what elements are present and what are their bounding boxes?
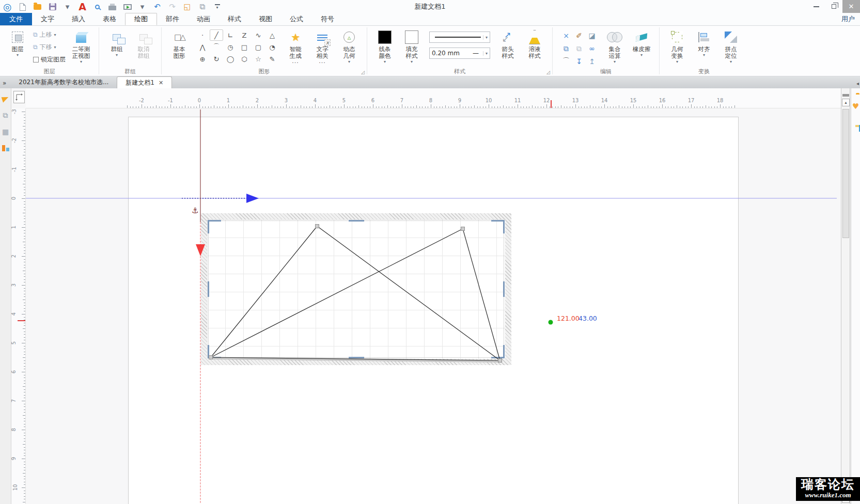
dialog-launcher-icon[interactable]: ◿: [361, 70, 365, 75]
drawing-canvas[interactable]: ⚓121.0043.00: [26, 108, 841, 504]
shape-tool-10[interactable]: ▢: [252, 41, 265, 53]
vertical-ruler[interactable]: -3-2-1012345678910: [11, 108, 26, 504]
tab-样式[interactable]: 样式: [219, 13, 250, 25]
ruler-tick: [23, 357, 25, 358]
move-up-button[interactable]: ⧉上移▾: [33, 29, 66, 40]
snap-positioning-button[interactable]: 拼点定位▾: [718, 28, 743, 64]
eraser-button[interactable]: 橡皮擦▾: [629, 28, 654, 57]
bezier-icon[interactable]: ⌒: [560, 55, 572, 68]
merge-down-icon[interactable]: ↧: [573, 55, 585, 68]
user-label[interactable]: 用户: [841, 14, 855, 25]
tab-绘图[interactable]: 绘图: [125, 13, 157, 25]
shape-tool-1[interactable]: ╱: [210, 29, 223, 41]
solution-style-button[interactable]: 溶液样式: [522, 28, 547, 59]
shape-tool-12[interactable]: ⊕: [196, 53, 209, 65]
ruler-tick: [492, 106, 492, 108]
line-style-select[interactable]: ▾: [429, 32, 490, 43]
tab-list-icon[interactable]: »: [0, 80, 10, 88]
minimize-button[interactable]: [807, 0, 825, 13]
text-related-button[interactable]: 文字相关...: [310, 28, 335, 64]
fill-style-button[interactable]: 填充样式▾: [399, 28, 424, 64]
ruler-tick: [671, 106, 671, 108]
align-button[interactable]: 对齐▾: [692, 28, 716, 57]
lock-layer-checkbox[interactable]: 锁定图层: [33, 54, 66, 65]
chart-icon[interactable]: [2, 144, 10, 152]
shape-tool-9[interactable]: □: [238, 41, 251, 53]
tab-scroll-left-icon[interactable]: ◂: [856, 81, 859, 86]
shape-tool-3[interactable]: Z: [238, 29, 251, 41]
button-label: 样式: [529, 53, 541, 59]
tab-file[interactable]: 文件: [0, 13, 32, 25]
tab-公式[interactable]: 公式: [281, 13, 312, 25]
shape-tool-8[interactable]: ◷: [224, 41, 237, 53]
shape-tool-5[interactable]: △: [265, 29, 279, 41]
restore-button[interactable]: [825, 0, 842, 13]
smart-generate-button[interactable]: ★智能生成...: [283, 28, 308, 64]
scrollbar-split-handle[interactable]: [842, 94, 849, 97]
dialog-launcher-icon[interactable]: ◿: [546, 70, 550, 75]
ruler-origin-icon[interactable]: [13, 91, 25, 103]
ruler-tick: [24, 305, 25, 306]
arrow-style-button[interactable]: 箭头样式: [495, 28, 520, 59]
vertical-scrollbar[interactable]: ▴ ▾: [841, 88, 850, 504]
tab-动画[interactable]: 动画: [188, 13, 219, 25]
scrollbar-thumb[interactable]: [842, 109, 849, 238]
close-button[interactable]: ✕: [842, 0, 860, 13]
tab-部件[interactable]: 部件: [157, 13, 188, 25]
tab-符号[interactable]: 符号: [312, 13, 343, 25]
grid-document-icon[interactable]: ▦: [2, 128, 10, 136]
tab-视图[interactable]: 视图: [250, 13, 281, 25]
shape-tool-4[interactable]: ∿: [252, 29, 265, 41]
basic-shapes-button[interactable]: □△基本图形: [167, 28, 192, 59]
selection-bounding-box[interactable]: [208, 220, 504, 358]
knife-icon[interactable]: ✐: [573, 29, 585, 42]
document-tab-0[interactable]: 2021年新高考数学名校地市选...: [10, 76, 117, 88]
close-tab-icon[interactable]: ✕: [159, 80, 163, 86]
group-button[interactable]: 群组▾: [104, 28, 129, 57]
shape-tool-11[interactable]: ◔: [265, 41, 279, 53]
layer-button[interactable]: 图层▾: [5, 28, 30, 57]
geometric-transform-button[interactable]: 几何变换▾: [665, 28, 690, 64]
shape-tool-17[interactable]: ✎: [265, 53, 279, 65]
shape-tool-16[interactable]: ☆: [252, 53, 265, 65]
document-tab-bar: » 2021年新高考数学名校地市选...新建文档1✕ ◂: [0, 76, 860, 88]
shape-tool-0[interactable]: ·: [196, 29, 209, 41]
tab-插入[interactable]: 插入: [63, 13, 94, 25]
tab-文字[interactable]: 文字: [32, 13, 63, 25]
shape-tool-13[interactable]: ↻: [210, 53, 223, 65]
ruler-tick: [628, 106, 628, 108]
trim-icon[interactable]: ×: [560, 29, 572, 42]
shape-tool-7[interactable]: ⌒: [210, 41, 223, 53]
dynamic-geometry-button[interactable]: ▵动态几何▾: [337, 28, 362, 64]
isometric-view-button[interactable]: 二等测正视图▾: [69, 28, 93, 64]
document-tab-1[interactable]: 新建文档1✕: [117, 76, 172, 88]
scroll-up-button[interactable]: ▴: [842, 99, 850, 106]
tab-表格[interactable]: 表格: [94, 13, 125, 25]
pages-icon[interactable]: ⧉: [2, 111, 10, 119]
move-down-button[interactable]: ⧉下移▾: [33, 42, 66, 52]
ruler-tick: [23, 213, 25, 213]
link-icon[interactable]: ∞: [586, 42, 598, 55]
send-plane-icon[interactable]: [2, 94, 10, 103]
ruler-tick: [24, 239, 25, 239]
line-color-button[interactable]: 线条颜色▾: [372, 28, 397, 64]
line-width-select[interactable]: 0.20 mm—▾: [429, 48, 490, 59]
clone-icon[interactable]: ⧉: [560, 42, 572, 55]
selection-edge-mark: [349, 357, 364, 358]
shape-tool-14[interactable]: ◯: [224, 53, 237, 65]
shape-tool-2[interactable]: ∟: [224, 29, 237, 41]
favorites-heart-icon[interactable]: ♥: [852, 103, 859, 109]
ribbon-tab-row: 文件 文字插入表格绘图部件动画样式视图公式符号 用户: [0, 13, 860, 26]
set-operations-button[interactable]: 集合运算▾: [602, 28, 627, 64]
fill-bucket-icon[interactable]: ◪: [586, 29, 598, 42]
ruler-tick: [156, 105, 157, 108]
ungroup-button[interactable]: 取消群组: [131, 28, 156, 59]
shape-tool-15[interactable]: ⬡: [238, 53, 251, 65]
copy-icon[interactable]: ⧉: [573, 42, 585, 55]
checkbox[interactable]: [33, 57, 39, 62]
ruler-tick: [436, 106, 437, 108]
extract-up-icon[interactable]: ↥: [586, 55, 598, 68]
horizontal-ruler[interactable]: -2-10123456789101112131415161718: [26, 88, 841, 108]
smart-generate-button-icon: ★: [291, 28, 300, 46]
shape-tool-6[interactable]: ⋀: [196, 41, 209, 53]
